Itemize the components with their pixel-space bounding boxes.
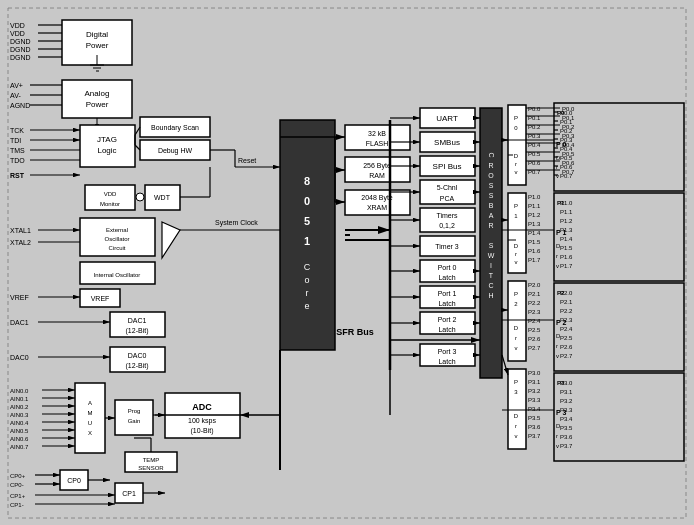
vref-label: VREF [91, 295, 110, 302]
tdi-label: TDI [10, 137, 21, 144]
p2-drv-r: r [556, 343, 558, 349]
p2-r-4: P2.4 [560, 326, 573, 332]
spi-label: SPI Bus [433, 162, 462, 171]
p3-r-4: P3.4 [560, 416, 573, 422]
diagram-container: VDD VDD DGND DGND DGND Digital Power AV+… [0, 0, 694, 525]
drv3-label: D [514, 413, 519, 419]
tck-label: TCK [10, 127, 24, 134]
vdd2-label: VDD [10, 30, 25, 37]
dac0-bit-label: (12-Bit) [126, 362, 149, 370]
xtal1-label: XTAL1 [10, 227, 31, 234]
p1-r-7: P1.7 [560, 263, 573, 269]
timers012-label2: 0,1,2 [439, 222, 455, 229]
p2-3-pin: P2.3 [528, 309, 541, 315]
p0-0-pin: P0.0 [528, 106, 541, 112]
port3-latch-label2: Latch [438, 358, 455, 365]
p1-2-pin: P1.2 [528, 212, 541, 218]
p3-r-1: P3.1 [560, 389, 573, 395]
dac1-bit-label: (12-Bit) [126, 327, 149, 335]
p2-r-2: P2.2 [560, 308, 573, 314]
drv2-label: D [514, 325, 519, 331]
p3-4-pin: P3.4 [528, 406, 541, 412]
drv0-label: D [514, 153, 519, 159]
drv2r-label: r [515, 335, 517, 341]
p3-6-pin: P3.6 [528, 424, 541, 430]
amux-label2: M [88, 410, 93, 416]
crossbar-sw5: C [488, 282, 493, 289]
p3-5-pin: P3.5 [528, 415, 541, 421]
p1-r-0: P1.0 [560, 200, 573, 206]
avplus-label: AV+ [10, 82, 23, 89]
core-label-8: 8 [304, 175, 310, 187]
p2-6-pin: P2.6 [528, 336, 541, 342]
p3-r-2: P3.2 [560, 398, 573, 404]
p1-drv-r: r [556, 253, 558, 259]
sfr-bus-label: SFR Bus [336, 327, 374, 337]
p3-0-pin: P3.0 [528, 370, 541, 376]
port0-latch-label2: Latch [438, 274, 455, 281]
drv0v-label: v [515, 169, 518, 175]
p1-drv-label: D [556, 243, 561, 249]
core-label-5: 5 [304, 215, 310, 227]
crossbar-b: B [489, 202, 494, 209]
int-osc-label: Internal Oscillator [94, 272, 141, 278]
agnd-label: AGND [10, 102, 30, 109]
pca-label2: PCA [440, 195, 455, 202]
vdd-monitor-label: VDD [104, 191, 117, 197]
p3-1-pin: P3.1 [528, 379, 541, 385]
ain0-5-label: AIN0.5 [10, 428, 29, 434]
p1-group-label: P [514, 203, 518, 209]
tdo-label: TDO [10, 157, 25, 164]
amux-label3: U [88, 420, 92, 426]
xram-label: 2048 Byte [361, 194, 393, 202]
p1-r-1: P1.1 [560, 209, 573, 215]
p0-r-6: P0.6 [560, 164, 573, 170]
crossbar-s2: S [489, 192, 494, 199]
p3-side-label: P 3 [556, 409, 566, 416]
avminus-label: AV- [10, 92, 21, 99]
drv2v-label: v [515, 345, 518, 351]
ain0-7-label: AIN0.7 [10, 444, 29, 450]
pca-label: 5-Chnl [437, 184, 458, 191]
p2-1-pin: P2.1 [528, 291, 541, 297]
p0-drv-v: v [556, 173, 559, 179]
drv0r-label: r [515, 161, 517, 167]
core-label-r: r [306, 288, 309, 298]
ram-label: 256 Byte [363, 162, 391, 170]
p3-r-6: P3.6 [560, 434, 573, 440]
boundary-scan-label: Boundary Scan [151, 124, 199, 132]
ram-label2: RAM [369, 172, 385, 179]
system-clock-label: System Clock [215, 219, 258, 227]
drv3v-label: v [515, 433, 518, 439]
amux-label: A [88, 400, 92, 406]
digital-power-label: Digital [86, 30, 108, 39]
p1-r-6: P1.6 [560, 254, 573, 260]
ain0-4-label: AIN0.4 [10, 420, 29, 426]
p2-r-5: P2.5 [560, 335, 573, 341]
dac0-label: DAC0 [128, 352, 147, 359]
dac1-pin-label: DAC1 [10, 319, 29, 326]
p1-r-2: P1.2 [560, 218, 573, 224]
ain0-2-label: AIN0.2 [10, 404, 29, 410]
ext-osc-label2: Oscillator [104, 236, 129, 242]
crossbar-s1: S [489, 182, 494, 189]
drv1-label: D [514, 243, 519, 249]
core-label-o: o [304, 275, 309, 285]
cp1minus-label: CP1- [10, 502, 24, 508]
flash-label2: FLASH [366, 140, 389, 147]
core-label-e: e [304, 301, 309, 311]
svg-rect-117 [75, 383, 105, 453]
p1-1-pin: P1.1 [528, 203, 541, 209]
crossbar-label: C [488, 152, 495, 157]
analog-power-label2: Power [86, 100, 109, 109]
p1-5-pin: P1.5 [528, 239, 541, 245]
p1-7-pin: P1.7 [528, 257, 541, 263]
prog-label: Prog [128, 408, 141, 414]
port2-latch-label2: Latch [438, 326, 455, 333]
tms-label: TMS [10, 147, 25, 154]
jtag-label: JTAG [97, 135, 117, 144]
crossbar-sw4: T [489, 272, 494, 279]
p0-r-7: P0.7 [560, 173, 573, 179]
p2-r-6: P2.6 [560, 344, 573, 350]
vdd-monitor-label2: Monitor [100, 201, 120, 207]
